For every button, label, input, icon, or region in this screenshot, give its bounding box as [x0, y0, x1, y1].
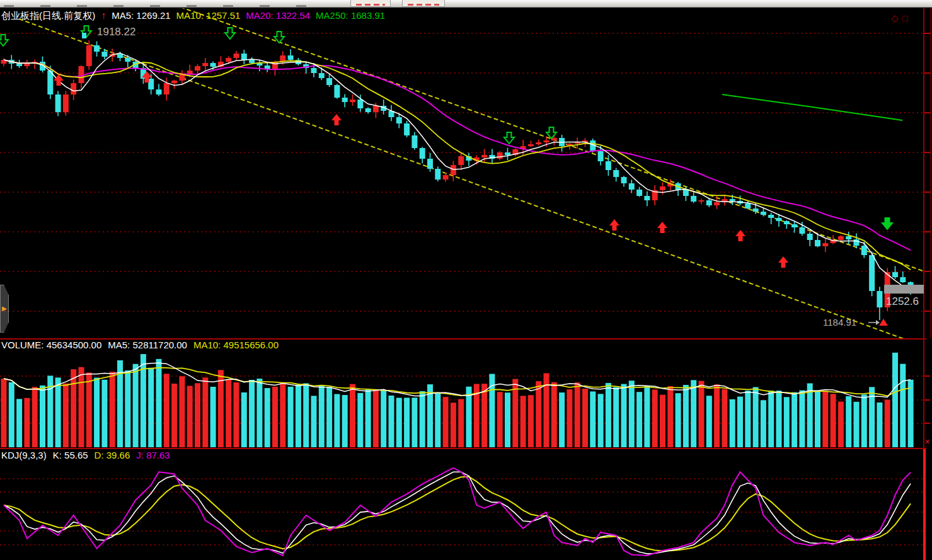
kdj-k-value: K: 55.65 — [53, 450, 88, 460]
handle-arrow-icon: ▶ — [2, 305, 7, 312]
diamond-icon[interactable]: ◇ — [891, 13, 899, 23]
kdj-name: KDJ(9,3,3) — [1, 450, 47, 460]
ma10-value: MA10: 1257.51 — [176, 11, 241, 20]
main-chart-canvas[interactable] — [0, 0, 932, 560]
volume-ma5-value: MA5: 52811720.00 — [108, 340, 187, 350]
trading-app-window: 创业板指(日线.前复权) ↑ MA5: 1269.21 MA10: 1257.5… — [0, 0, 932, 560]
kdj-d-value: D: 39.66 — [95, 450, 130, 460]
ma20-value: MA20: 1322.54 — [246, 11, 310, 20]
volume-ma10-value: MA10: 49515656.00 — [193, 340, 279, 350]
volume-header: VOLUME: 45634500.00 MA5: 52811720.00 MA1… — [1, 340, 279, 350]
corner-tools: ◇ □ — [891, 13, 908, 23]
kdj-header: KDJ(9,3,3) K: 55.65 D: 39.66 J: 87.63 — [1, 450, 170, 460]
symbol-title: 创业板指(日线.前复权) — [1, 11, 95, 20]
ma250-value: MA250: 1683.91 — [316, 11, 385, 20]
chart-title-row: 创业板指(日线.前复权) ↑ MA5: 1269.21 MA10: 1257.5… — [1, 11, 385, 21]
low-price-label: 1184.91 — [823, 317, 856, 327]
ma5-value: MA5: 1269.21 — [112, 11, 170, 20]
high-price-label: 1918.22 — [97, 26, 135, 37]
panel-resize-icon[interactable]: ✕ — [924, 438, 930, 445]
kdj-j-value: J: 87.63 — [136, 450, 170, 460]
trend-up-icon: ↑ — [101, 11, 106, 21]
window-rect-icon[interactable]: □ — [902, 13, 908, 23]
last-price-label: 1252.6 — [886, 296, 919, 307]
volume-value: VOLUME: 45634500.00 — [1, 340, 101, 350]
